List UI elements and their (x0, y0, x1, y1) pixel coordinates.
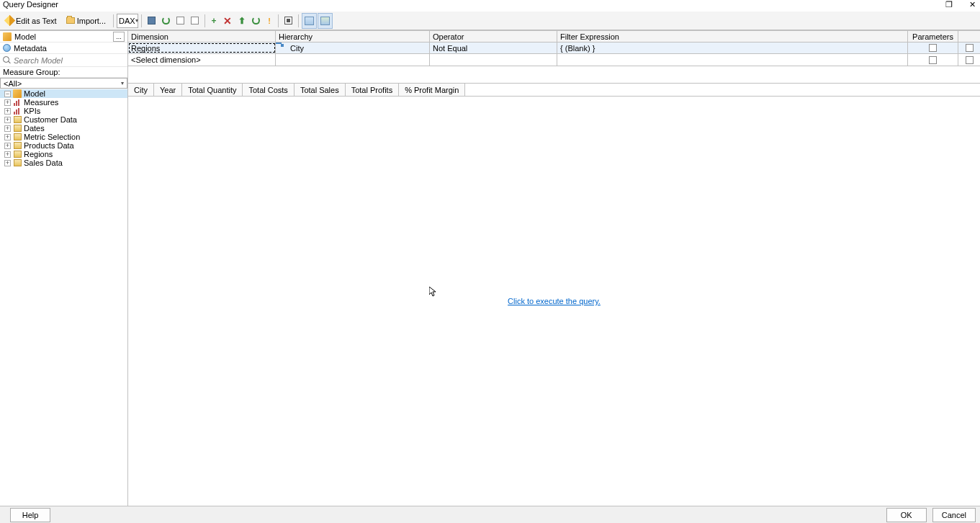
language-value: DAX (119, 17, 135, 25)
footer-bar: Help OK Cancel (0, 506, 980, 523)
tree-item-products-data[interactable]: +Products Data (0, 141, 127, 150)
run-icon: ! (268, 17, 271, 25)
expand-icon[interactable]: + (4, 134, 11, 140)
tree-item-metric-selection[interactable]: +Metric Selection (0, 133, 127, 141)
tree-item-measures[interactable]: +Measures (0, 98, 127, 107)
checkbox[interactable] (929, 44, 937, 52)
filter-header-row: Dimension Hierarchy Operator Filter Expr… (128, 31, 980, 43)
show-empty-cells-button[interactable] (188, 13, 202, 29)
filter-expression-cell[interactable] (557, 54, 908, 66)
measures-icon (12, 98, 22, 107)
auto-exec-button[interactable] (249, 13, 263, 29)
main-pane: Dimension Hierarchy Operator Filter Expr… (128, 31, 980, 506)
delete-button[interactable]: ✕ (220, 13, 235, 29)
add-member-button[interactable]: + (208, 13, 220, 29)
tree-item-label: Measures (24, 98, 58, 107)
filter-dimension-cell[interactable]: Regions (128, 43, 276, 53)
tree-item-sales-data[interactable]: +Sales Data (0, 158, 127, 167)
run-button[interactable]: ! (264, 13, 275, 29)
measure-group-label: Measure Group: (0, 67, 127, 78)
checkbox[interactable] (966, 56, 974, 64)
edit-as-text-button[interactable]: Edit as Text (1, 13, 61, 29)
filter-hierarchy-cell[interactable]: City (276, 43, 430, 53)
toggle-aggregations-button[interactable] (174, 13, 187, 29)
filter-operator-cell[interactable]: Not Equal (430, 43, 557, 53)
restore-button[interactable]: ❐ (944, 0, 954, 9)
tree-item-regions[interactable]: +Regions (0, 150, 127, 158)
dimension-icon (12, 158, 22, 167)
query-mode-button[interactable] (318, 13, 333, 29)
filter-row-new[interactable]: <Select dimension> (128, 54, 980, 66)
model-label: Model (14, 32, 110, 41)
search-row (0, 54, 127, 67)
design-mode-button[interactable] (302, 13, 317, 29)
collapse-icon[interactable]: − (4, 91, 11, 97)
cancel-button[interactable]: Cancel (932, 508, 976, 522)
refresh-button[interactable] (159, 13, 173, 29)
dimension-icon (12, 115, 22, 124)
tree-item-customer-data[interactable]: +Customer Data (0, 115, 127, 124)
result-column-total-profits[interactable]: Total Profits (346, 84, 399, 96)
tree-item-label: Dates (24, 124, 45, 133)
work-area: Model ... Metadata Measure Group: <All> … (0, 30, 980, 506)
dimension-icon (12, 133, 22, 141)
execute-query-link[interactable]: Click to execute the query. (508, 297, 601, 305)
expand-icon[interactable]: + (4, 125, 11, 132)
tree-item-dates[interactable]: +Dates (0, 124, 127, 133)
expand-icon[interactable]: + (4, 151, 11, 158)
expand-icon[interactable]: + (4, 160, 11, 166)
dimension-icon (12, 150, 22, 158)
checkbox[interactable] (966, 44, 974, 52)
filter-param2-cell[interactable] (958, 54, 980, 66)
filter-hierarchy-cell[interactable] (276, 54, 430, 66)
filter-param-cell[interactable] (908, 43, 958, 53)
filter-expression-cell[interactable]: { (Blank) } (557, 43, 908, 53)
cube-icon (12, 89, 22, 98)
tree-item-label: Customer Data (24, 115, 77, 124)
expand-icon[interactable]: + (4, 143, 11, 149)
folder-open-icon (66, 17, 75, 24)
tree-item-label: Sales Data (24, 158, 63, 167)
help-button[interactable]: Help (10, 508, 50, 522)
result-column-total-costs[interactable]: Total Costs (243, 84, 294, 96)
result-column-city[interactable]: City (128, 84, 154, 96)
header-parameters: Parameters (908, 31, 958, 42)
filter-operator-cell[interactable] (430, 54, 557, 66)
filter-param2-cell[interactable] (958, 43, 980, 53)
filter-dimension-placeholder[interactable]: <Select dimension> (128, 54, 276, 66)
move-up-button[interactable]: ⬆ (235, 13, 248, 29)
model-browse-button[interactable]: ... (113, 32, 125, 42)
search-input[interactable] (14, 56, 125, 65)
window-controls: ❐ ✕ (944, 0, 977, 9)
close-button[interactable]: ✕ (967, 0, 977, 9)
cancel-query-button[interactable] (282, 13, 295, 29)
filter-row[interactable]: Regions City Not Equal { (Blank) } (128, 43, 980, 54)
expand-icon[interactable]: + (4, 117, 11, 123)
result-column-year[interactable]: Year (154, 84, 182, 96)
metadata-tab[interactable]: Metadata (0, 43, 127, 54)
ok-button[interactable]: OK (886, 508, 927, 522)
checkbox[interactable] (929, 56, 937, 64)
measure-group-dropdown[interactable]: <All> ▾ (0, 78, 127, 89)
result-column-total-quantity[interactable]: Total Quantity (182, 84, 243, 96)
toolbar-separator (204, 14, 205, 27)
save-button[interactable] (145, 13, 158, 29)
arrow-up-icon: ⬆ (238, 16, 246, 26)
chevron-down-icon: ▾ (135, 17, 138, 24)
filter-hierarchy-value: City (290, 44, 304, 53)
header-dimension: Dimension (128, 31, 276, 42)
x-icon: ✕ (223, 17, 232, 24)
language-dropdown[interactable]: DAX ▾ (117, 14, 138, 28)
expand-icon[interactable]: + (4, 108, 11, 115)
import-button[interactable]: Import... (62, 13, 110, 29)
header-hierarchy: Hierarchy (276, 31, 430, 42)
plus-icon: + (212, 16, 217, 26)
filter-param-cell[interactable] (908, 54, 958, 66)
result-column--profit-margin[interactable]: % Profit Margin (399, 84, 465, 96)
expand-icon[interactable]: + (4, 99, 11, 106)
toolbar: Edit as Text Import... DAX ▾ + ✕ ⬆ ! (0, 12, 980, 30)
tree-root-model[interactable]: − Model (0, 89, 127, 98)
tree-item-kpis[interactable]: +KPIs (0, 107, 127, 115)
header-filter: Filter Expression (557, 31, 908, 42)
result-column-total-sales[interactable]: Total Sales (295, 84, 346, 96)
